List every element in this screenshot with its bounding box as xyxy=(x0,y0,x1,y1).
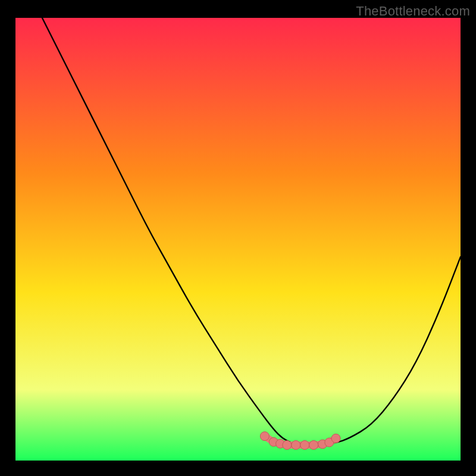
marker-dot xyxy=(292,440,300,449)
gradient-background xyxy=(15,18,461,461)
marker-dot xyxy=(309,440,318,449)
marker-dot xyxy=(300,440,309,449)
marker-dot xyxy=(283,440,292,449)
watermark-text: TheBottleneck.com xyxy=(356,4,470,19)
marker-dot xyxy=(331,434,340,443)
plot-svg xyxy=(15,18,461,461)
marker-dot xyxy=(260,432,269,441)
plot-area xyxy=(15,18,461,461)
chart-canvas: TheBottleneck.com xyxy=(0,0,476,476)
